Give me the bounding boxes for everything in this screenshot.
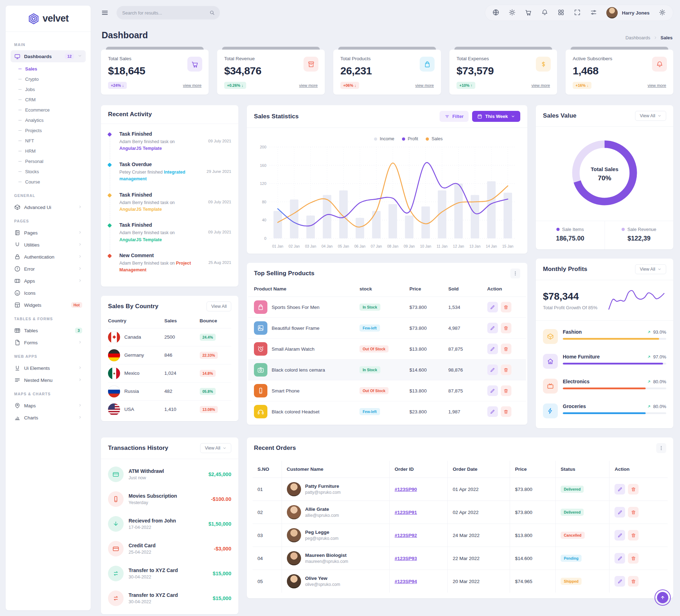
brand-logo[interactable]: velvet: [6, 6, 91, 32]
view-more-link[interactable]: view more: [532, 83, 550, 87]
kebab-menu-icon[interactable]: [510, 269, 520, 278]
edit-button[interactable]: [614, 576, 625, 587]
activity-link[interactable]: AngularJS Template: [119, 207, 162, 212]
transaction-name: Movies Subscription: [129, 493, 206, 499]
sidebar-item-dashboards[interactable]: Dashboards12: [11, 50, 86, 62]
sales-by-country-table: CountrySalesBounceCanada250024.4%Germany…: [101, 313, 238, 421]
country-sales: 1,410: [164, 407, 199, 412]
notifications-bell-icon[interactable]: [541, 9, 548, 17]
user-name[interactable]: Harry Jones: [622, 10, 650, 16]
theme-sun-icon[interactable]: [509, 9, 516, 17]
legend-dot-icon: [426, 137, 429, 141]
bounce-badge: 13.08%: [200, 406, 218, 413]
delete-button[interactable]: [628, 484, 639, 495]
delete-button[interactable]: [628, 576, 639, 587]
sidebar-item-charts[interactable]: Charts: [11, 412, 86, 424]
scroll-to-top-button[interactable]: [654, 589, 671, 606]
edit-button[interactable]: [487, 302, 498, 312]
view-more-link[interactable]: view more: [299, 83, 318, 87]
search-input[interactable]: [122, 10, 200, 16]
sidebar-subitem-sales[interactable]: Sales: [11, 64, 86, 74]
sidebar-subitem-crm[interactable]: CRM: [11, 95, 86, 105]
sidebar-item-advanced-ui[interactable]: Advanced Ui: [11, 201, 86, 213]
column-header: Action: [610, 461, 668, 478]
edit-button[interactable]: [487, 344, 498, 354]
sidebar-subitem-hrm[interactable]: HRM: [11, 146, 86, 156]
velvet-logo-icon: [28, 13, 40, 25]
edit-button[interactable]: [614, 553, 625, 564]
activity-description: Adam Berry finished task on AngularJS Te…: [119, 199, 196, 213]
edit-button[interactable]: [614, 484, 625, 495]
delete-button[interactable]: [501, 344, 511, 354]
settings-gear-icon[interactable]: [659, 9, 666, 17]
sales-by-country-view-all-button[interactable]: View All: [206, 301, 231, 311]
sidebar-subitem-ecommerce[interactable]: Ecommerce: [11, 105, 86, 115]
delete-button[interactable]: [628, 553, 639, 564]
edit-button[interactable]: [487, 406, 498, 417]
delete-button[interactable]: [501, 323, 511, 333]
edit-button[interactable]: [487, 385, 498, 396]
sidebar-subitem-nft[interactable]: NFT: [11, 136, 86, 146]
sidebar-subitem-crypto[interactable]: Crypto: [11, 74, 86, 84]
delete-button[interactable]: [501, 385, 511, 396]
sidebar-item-forms[interactable]: Forms: [11, 337, 86, 349]
product-price: $14.600: [404, 360, 443, 380]
view-more-link[interactable]: view more: [415, 83, 434, 87]
delete-button[interactable]: [501, 406, 511, 417]
sidebar-item-tables[interactable]: Tables3: [11, 324, 86, 337]
order-id-link[interactable]: #123SP91: [395, 510, 417, 515]
activity-link[interactable]: AngularJS Template: [119, 237, 162, 242]
sales-value-view-all-button[interactable]: View All: [635, 111, 666, 121]
fullscreen-icon[interactable]: [574, 9, 581, 17]
chevron-right-icon: [78, 205, 82, 210]
activity-link[interactable]: AngularJS Template: [119, 146, 162, 151]
user-avatar[interactable]: [606, 7, 618, 18]
view-more-link[interactable]: view more: [183, 83, 202, 87]
view-more-link[interactable]: view more: [648, 83, 666, 87]
filter-button[interactable]: Filter: [440, 111, 469, 122]
sidebar-item-error[interactable]: Error: [11, 263, 86, 275]
sidebar-submenu: SalesCryptoJobsCRMEcommerceAnalyticsProj…: [11, 62, 86, 188]
edit-button[interactable]: [614, 530, 625, 541]
sidebar-subitem-stocks[interactable]: Stocks: [11, 166, 86, 177]
edit-button[interactable]: [487, 323, 498, 333]
sidebar-item-maps[interactable]: Maps: [11, 400, 86, 412]
delete-button[interactable]: [628, 530, 639, 541]
sidebar-item-authentication[interactable]: Authentication: [11, 251, 86, 263]
edit-button[interactable]: [487, 364, 498, 375]
date-range-button[interactable]: This Week: [472, 111, 520, 122]
sidebar-item-nested-menu[interactable]: Nested Menu: [11, 374, 86, 386]
sidebar-subitem-course[interactable]: Course: [11, 177, 86, 187]
sidebar-item-ui-elements[interactable]: Ui Elements: [11, 362, 86, 374]
sidebar-item-pages[interactable]: Pages: [11, 227, 86, 239]
transaction-row: Recieved from John17-04-2022$1,50,000: [108, 512, 231, 536]
sidebar-item-apps[interactable]: Apps: [11, 275, 86, 287]
sliders-icon[interactable]: [590, 9, 597, 17]
breadcrumb-root[interactable]: Dashboards: [625, 35, 650, 40]
order-id-link[interactable]: #123SP90: [395, 487, 417, 492]
sidebar-subitem-analytics[interactable]: Analytics: [11, 115, 86, 125]
monthly-profits-view-all-button[interactable]: View All: [635, 264, 666, 274]
order-id-link[interactable]: #123SP94: [395, 579, 417, 584]
kebab-menu-icon[interactable]: [656, 443, 666, 453]
menu-toggle-icon[interactable]: [101, 9, 109, 17]
order-id-link[interactable]: #123SP93: [395, 556, 417, 561]
order-price: $14.600: [510, 547, 556, 570]
delete-button[interactable]: [628, 507, 639, 518]
order-id-link[interactable]: #123SP92: [395, 533, 417, 538]
cart-icon[interactable]: [525, 9, 532, 17]
language-globe-icon[interactable]: [492, 9, 499, 17]
delete-button[interactable]: [501, 302, 511, 312]
delete-button[interactable]: [501, 364, 511, 375]
edit-button[interactable]: [614, 507, 625, 518]
transaction-amount: $2,45,000: [208, 471, 231, 477]
apps-grid-icon[interactable]: [557, 9, 565, 17]
transactions-view-all-button[interactable]: View All: [200, 443, 231, 453]
sidebar-subitem-personal[interactable]: Personal: [11, 156, 86, 166]
sidebar-item-utilities[interactable]: Utilities: [11, 239, 86, 251]
sidebar-item-icons[interactable]: Icons: [11, 287, 86, 299]
sidebar-subitem-projects[interactable]: Projects: [11, 125, 86, 136]
sidebar-subitem-jobs[interactable]: Jobs: [11, 84, 86, 95]
sidebar-item-widgets[interactable]: WidgetsHot: [11, 299, 86, 311]
search-icon[interactable]: [209, 10, 215, 16]
